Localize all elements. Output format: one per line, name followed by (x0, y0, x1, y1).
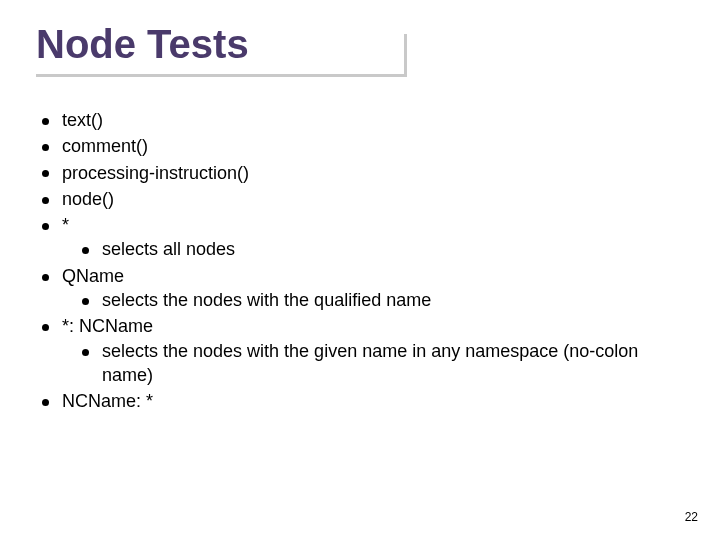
sub-list-item-text: selects the nodes with the qualified nam… (102, 290, 431, 310)
list-item-text: processing-instruction() (62, 163, 249, 183)
title-underline (36, 74, 406, 77)
sub-bullet-list: selects the nodes with the given name in… (62, 339, 684, 388)
list-item: NCName: * (36, 389, 684, 413)
list-item-text: comment() (62, 136, 148, 156)
list-item: comment() (36, 134, 684, 158)
list-item-text: node() (62, 189, 114, 209)
title-shadow-edge (404, 34, 407, 77)
page-number: 22 (685, 510, 698, 524)
sub-bullet-list: selects all nodes (62, 237, 684, 261)
list-item-text: NCName: * (62, 391, 153, 411)
list-item-text: * (62, 215, 69, 235)
sub-list-item: selects the nodes with the given name in… (62, 339, 684, 388)
sub-bullet-list: selects the nodes with the qualified nam… (62, 288, 684, 312)
slide: Node Tests text() comment() processing-i… (0, 0, 720, 540)
sub-list-item-text: selects the nodes with the given name in… (102, 341, 638, 385)
list-item: QName selects the nodes with the qualifi… (36, 264, 684, 313)
list-item-text: text() (62, 110, 103, 130)
sub-list-item: selects the nodes with the qualified nam… (62, 288, 684, 312)
bullet-list: text() comment() processing-instruction(… (36, 108, 684, 414)
slide-body: text() comment() processing-instruction(… (36, 108, 684, 414)
list-item: node() (36, 187, 684, 211)
list-item: *: NCName selects the nodes with the giv… (36, 314, 684, 387)
slide-title: Node Tests (36, 22, 684, 66)
sub-list-item: selects all nodes (62, 237, 684, 261)
list-item: text() (36, 108, 684, 132)
list-item-text: *: NCName (62, 316, 153, 336)
list-item-text: QName (62, 266, 124, 286)
list-item: processing-instruction() (36, 161, 684, 185)
list-item: * selects all nodes (36, 213, 684, 262)
sub-list-item-text: selects all nodes (102, 239, 235, 259)
